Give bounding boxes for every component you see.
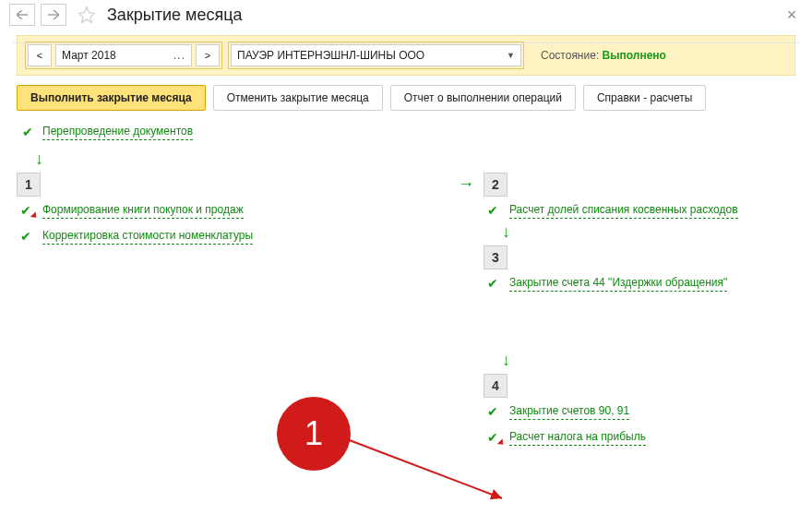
- nav-back-button[interactable]: [9, 4, 35, 26]
- check-icon: ✔: [485, 203, 500, 218]
- calculations-button[interactable]: Справки - расчеты: [583, 85, 706, 111]
- column-right: 2 ✔ Расчет долей списания косвенных расх…: [484, 173, 795, 446]
- step-3: 3 ✔ Закрытие счета 44 "Издержки обращени…: [484, 245, 795, 292]
- columns: 1 ✔ Формирование книги покупок и продаж …: [17, 173, 795, 446]
- step-2: 2 ✔ Расчет долей списания косвенных расх…: [484, 173, 795, 219]
- arrow-left-icon: [17, 10, 28, 19]
- step-1-badge: 1: [17, 173, 41, 197]
- check-icon: ✔: [485, 276, 500, 291]
- op-form-book[interactable]: Формирование книги покупок и продаж: [42, 202, 244, 219]
- op-korr-stoim[interactable]: Корректировка стоимости номенклатуры: [42, 228, 253, 245]
- content: ✔ Перепроведение документов ↓ 1 ✔ Формир…: [17, 120, 795, 446]
- status-block: Состояние: Выполнено: [541, 49, 666, 62]
- step-2-badge: 2: [484, 173, 508, 197]
- step-1-item: ✔ Корректировка стоимости номенклатуры: [18, 228, 448, 245]
- step-1: 1 ✔ Формирование книги покупок и продаж …: [17, 173, 448, 245]
- flow-arrow-down-icon: ↓: [35, 149, 795, 169]
- column-left: 1 ✔ Формирование книги покупок и продаж …: [17, 173, 448, 446]
- status-value: Выполнено: [603, 49, 666, 62]
- favorite-star-icon[interactable]: [76, 4, 98, 26]
- step-2-item: ✔ Расчет долей списания косвенных расход…: [485, 202, 795, 219]
- flow-arrow-down-icon: ↓: [502, 351, 795, 370]
- svg-line-0: [347, 439, 502, 498]
- step-4-item: ✔ Закрытие счетов 90, 91: [485, 403, 795, 420]
- op-nalog-prib[interactable]: Расчет налога на прибыль: [509, 429, 646, 446]
- close-icon: ×: [787, 6, 797, 25]
- column-middle: →: [448, 173, 484, 446]
- organization-field[interactable]: ПАУЭР ИНТЕРНЭШНЛ-ШИНЫ ООО ▼: [231, 44, 521, 66]
- parameters-bar: < Март 2018 ... > ПАУЭР ИНТЕРНЭШНЛ-ШИНЫ …: [17, 35, 795, 76]
- pre-step-link[interactable]: Перепроведение документов: [42, 124, 193, 140]
- check-icon: ✔: [18, 229, 33, 244]
- organization-value: ПАУЭР ИНТЕРНЭШНЛ-ШИНЫ ООО: [237, 49, 424, 62]
- check-edit-icon: ✔: [485, 430, 500, 445]
- step-1-item: ✔ Формирование книги покупок и продаж: [18, 202, 448, 219]
- step-3-item: ✔ Закрытие счета 44 "Издержки обращения": [485, 275, 795, 292]
- op-doley[interactable]: Расчет долей списания косвенных расходов: [509, 202, 738, 219]
- period-select-icon[interactable]: ...: [173, 49, 185, 62]
- step-3-badge: 3: [484, 245, 508, 269]
- title-bar: Закрытие месяца ×: [0, 0, 812, 31]
- step-4: 4 ✔ Закрытие счетов 90, 91 ✔ Расчет нало…: [484, 374, 795, 446]
- close-button[interactable]: ×: [781, 4, 803, 26]
- arrow-right-icon: [48, 10, 59, 19]
- period-prev-button[interactable]: <: [28, 44, 52, 66]
- run-close-month-button[interactable]: Выполнить закрытие месяца: [17, 85, 206, 111]
- check-icon: ✔: [485, 404, 500, 419]
- cancel-close-month-button[interactable]: Отменить закрытие месяца: [213, 85, 383, 111]
- nav-forward-button[interactable]: [41, 4, 66, 26]
- dropdown-icon[interactable]: ▼: [507, 51, 515, 60]
- status-label: Состояние:: [541, 49, 599, 62]
- period-value: Март 2018: [62, 49, 116, 62]
- operations-report-button[interactable]: Отчет о выполнении операций: [390, 85, 576, 111]
- op-close9091[interactable]: Закрытие счетов 90, 91: [509, 403, 629, 420]
- pre-step-row: ✔ Перепроведение документов: [17, 120, 795, 146]
- page-title: Закрытие месяца: [107, 6, 775, 25]
- flow-arrow-down-icon: ↓: [502, 222, 795, 242]
- check-edit-icon: ✔: [18, 203, 33, 218]
- organization-group: ПАУЭР ИНТЕРНЭШНЛ-ШИНЫ ООО ▼: [228, 42, 524, 69]
- op-close44[interactable]: Закрытие счета 44 "Издержки обращения": [509, 275, 727, 292]
- action-row: Выполнить закрытие месяца Отменить закры…: [17, 85, 795, 111]
- period-next-button[interactable]: >: [196, 44, 220, 66]
- flow-arrow-right-icon: →: [448, 173, 484, 194]
- step-4-badge: 4: [484, 374, 508, 398]
- step-4-item: ✔ Расчет налога на прибыль: [485, 429, 795, 446]
- check-icon: ✔: [20, 125, 35, 139]
- period-field[interactable]: Март 2018 ...: [55, 44, 192, 66]
- period-group: < Март 2018 ... >: [25, 42, 222, 69]
